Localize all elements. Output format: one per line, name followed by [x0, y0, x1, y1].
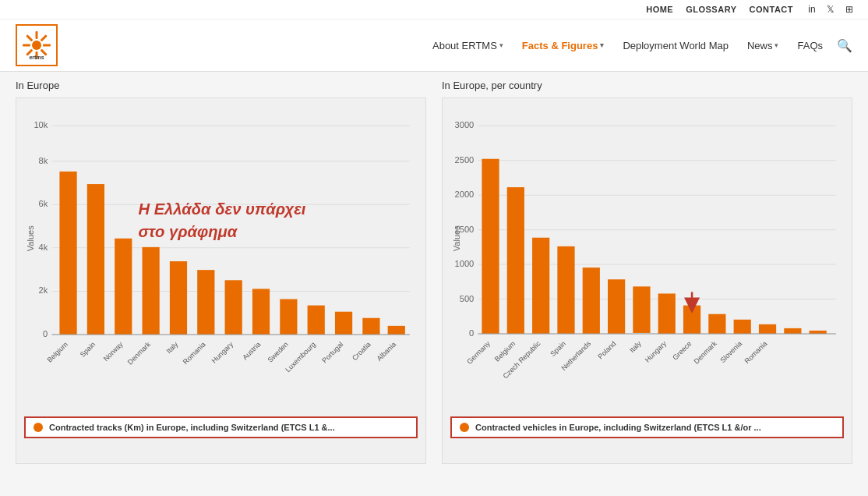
- svg-text:Italy: Italy: [165, 340, 180, 355]
- svg-text:Hungary: Hungary: [210, 340, 235, 365]
- svg-rect-70: [557, 246, 574, 334]
- svg-rect-7: [26, 34, 33, 41]
- svg-text:Values: Values: [452, 225, 461, 252]
- section-labels: In Europe In Europe, per country: [16, 80, 852, 91]
- svg-rect-33: [335, 312, 352, 335]
- nav-about[interactable]: About ERTMS ▾: [425, 34, 511, 58]
- svg-text:Values: Values: [26, 225, 35, 252]
- twitter-icon[interactable]: 𝕏: [824, 3, 837, 16]
- svg-text:Spain: Spain: [79, 340, 97, 358]
- svg-rect-32: [308, 306, 325, 335]
- svg-text:2500: 2500: [455, 155, 475, 165]
- svg-rect-26: [143, 247, 160, 335]
- social-icons: in 𝕏 ⊞: [806, 3, 856, 16]
- svg-point-8: [32, 41, 41, 50]
- right-legend-text: Contracted vehicles in Europe, including…: [475, 423, 761, 432]
- left-chart-svg: 10k 8k 6k 4k 2k 0 Values: [24, 106, 418, 410]
- svg-text:3000: 3000: [455, 120, 475, 129]
- svg-text:Albania: Albania: [376, 340, 398, 363]
- svg-rect-24: [87, 184, 104, 335]
- nav-news[interactable]: News ▾: [739, 34, 787, 58]
- linkedin-icon[interactable]: in: [806, 3, 818, 16]
- svg-rect-72: [608, 279, 625, 334]
- left-chart-container: 10k 8k 6k 4k 2k 0 Values: [16, 97, 426, 464]
- svg-rect-31: [280, 299, 297, 335]
- svg-rect-30: [252, 289, 270, 335]
- svg-rect-68: [507, 187, 524, 334]
- left-legend-text: Contracted tracks (Km) in Europe, includ…: [49, 423, 335, 432]
- svg-rect-1: [41, 34, 48, 41]
- right-chart-svg: 3000 2500 2000 1500 1000 500 0: [450, 106, 844, 410]
- svg-text:στο γράφημα: στο γράφημα: [138, 223, 238, 240]
- svg-rect-71: [583, 267, 600, 334]
- glossary-link[interactable]: GLOSSARY: [686, 5, 736, 14]
- nav-links: About ERTMS ▾ Facts & Figures ▾ Deployme…: [425, 34, 831, 58]
- chevron-news: ▾: [774, 41, 778, 49]
- nav-facts[interactable]: Facts & Figures ▾: [514, 34, 612, 58]
- svg-text:Hungary: Hungary: [644, 339, 669, 364]
- svg-text:Belgium: Belgium: [493, 339, 517, 363]
- contact-link[interactable]: CONTACT: [750, 5, 793, 14]
- right-section-label: In Europe, per country: [442, 80, 852, 91]
- svg-text:Greece: Greece: [671, 339, 693, 361]
- svg-rect-76: [708, 314, 725, 334]
- svg-text:Denmark: Denmark: [693, 339, 718, 365]
- charts-row: 10k 8k 6k 4k 2k 0 Values: [16, 97, 852, 464]
- legend-dot-left: [34, 423, 43, 432]
- logo-area: ertms: [16, 24, 64, 66]
- svg-rect-23: [59, 172, 76, 335]
- svg-rect-73: [633, 286, 650, 333]
- svg-text:Sweden: Sweden: [266, 340, 290, 363]
- nav-faqs[interactable]: FAQs: [789, 34, 831, 58]
- chevron-facts: ▾: [600, 41, 604, 49]
- svg-rect-35: [388, 326, 405, 335]
- svg-rect-79: [784, 328, 801, 334]
- svg-text:Romania: Romania: [743, 339, 769, 365]
- svg-rect-29: [225, 280, 242, 335]
- svg-rect-27: [170, 261, 187, 335]
- svg-rect-69: [532, 238, 549, 334]
- svg-text:Poland: Poland: [596, 339, 617, 360]
- svg-text:0: 0: [43, 329, 48, 338]
- left-chart-area: 10k 8k 6k 4k 2k 0 Values: [24, 106, 418, 410]
- svg-rect-34: [362, 318, 379, 335]
- nav-deployment[interactable]: Deployment World Map: [615, 34, 736, 58]
- svg-text:Slovenia: Slovenia: [718, 339, 743, 364]
- svg-rect-77: [734, 320, 751, 334]
- svg-rect-6: [23, 44, 30, 47]
- svg-text:Norway: Norway: [102, 340, 125, 363]
- logo[interactable]: ertms: [16, 24, 58, 66]
- right-chart-legend[interactable]: Contracted vehicles in Europe, including…: [450, 416, 844, 438]
- svg-text:Romania: Romania: [182, 340, 207, 366]
- search-icon[interactable]: 🔍: [837, 38, 852, 53]
- svg-text:ertms: ertms: [29, 55, 44, 60]
- svg-text:4k: 4k: [39, 243, 48, 252]
- svg-text:Spain: Spain: [549, 339, 566, 357]
- svg-text:Belgium: Belgium: [46, 340, 69, 363]
- svg-text:Croatia: Croatia: [351, 340, 372, 362]
- svg-text:8k: 8k: [39, 156, 48, 165]
- rss-icon[interactable]: ⊞: [843, 3, 856, 16]
- left-chart-legend[interactable]: Contracted tracks (Km) in Europe, includ…: [24, 416, 418, 438]
- svg-rect-80: [810, 331, 827, 334]
- svg-rect-2: [43, 44, 51, 47]
- nav-bar: ertms About ERTMS ▾ Facts & Figures ▾ De…: [0, 19, 868, 72]
- svg-text:6k: 6k: [39, 199, 48, 208]
- svg-text:Portugal: Portugal: [320, 340, 344, 364]
- left-section-label: In Europe: [16, 80, 426, 91]
- svg-rect-75: [683, 306, 700, 334]
- chevron-about: ▾: [499, 41, 503, 49]
- home-link[interactable]: HOME: [646, 5, 673, 14]
- svg-text:Germany: Germany: [465, 339, 492, 366]
- svg-text:Austria: Austria: [241, 340, 263, 362]
- svg-rect-28: [197, 270, 214, 335]
- svg-text:Denmark: Denmark: [126, 340, 152, 366]
- svg-text:2000: 2000: [455, 190, 475, 199]
- svg-rect-78: [759, 324, 776, 334]
- svg-text:1000: 1000: [455, 259, 475, 268]
- logo-svg: ertms: [21, 30, 52, 61]
- svg-rect-0: [36, 31, 38, 39]
- svg-text:Η Ελλάδα δεν υπάρχει: Η Ελλάδα δεν υπάρχει: [138, 200, 305, 218]
- main-content: In Europe In Europe, per country 10k 8k …: [0, 72, 868, 496]
- svg-rect-67: [482, 159, 499, 334]
